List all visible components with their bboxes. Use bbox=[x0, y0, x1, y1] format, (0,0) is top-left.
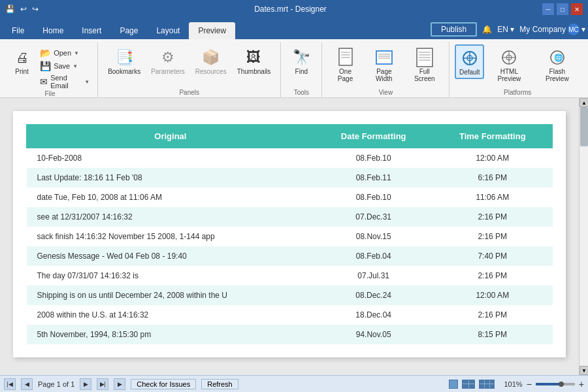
tab-file[interactable]: File bbox=[3, 22, 33, 39]
view-list-btn[interactable] bbox=[479, 380, 495, 389]
print-button[interactable]: 🖨 Print bbox=[8, 44, 36, 78]
flash-preview-button[interactable]: 🌐 Flash Preview bbox=[534, 44, 580, 85]
undo-btn[interactable]: ↩ bbox=[20, 5, 27, 14]
view-grid-btn[interactable] bbox=[462, 380, 475, 389]
original-cell: date Tue, Feb 10, 2008 at 11:06 AM bbox=[27, 188, 315, 207]
send-email-label: Send Email bbox=[50, 74, 82, 90]
tab-layout[interactable]: Layout bbox=[147, 22, 189, 39]
zoom-percent: 101% bbox=[504, 380, 522, 388]
tab-insert[interactable]: Insert bbox=[73, 22, 110, 39]
ribbon-group-panels: 📑 Bookmarks ⚙ Parameters 📦 Resources 🖼 T… bbox=[98, 42, 281, 97]
scroll-up-btn[interactable]: ▲ bbox=[580, 98, 588, 107]
original-cell: see at 12/31/2007 14:16:32 bbox=[27, 207, 315, 227]
platforms-group-label: Platforms bbox=[504, 89, 531, 97]
date-cell: 18.Dec.04 bbox=[314, 305, 433, 325]
tab-page[interactable]: Page bbox=[110, 22, 147, 39]
refresh-btn[interactable]: Refresh bbox=[201, 379, 238, 389]
resources-label: Resources bbox=[195, 68, 227, 75]
table-row: see at 12/31/2007 14:16:3207.Dec.312:16 … bbox=[27, 207, 553, 227]
table-row: Genesis Message - Wed 04 Feb 08 - 19:400… bbox=[27, 246, 553, 266]
date-cell: 08.Feb.10 bbox=[314, 148, 433, 169]
window-controls: ─ □ ✕ bbox=[542, 3, 583, 15]
one-page-button[interactable]: One Page bbox=[327, 44, 363, 85]
minimize-btn[interactable]: ─ bbox=[542, 3, 554, 15]
time-cell: 8:15 PM bbox=[433, 325, 552, 344]
page-width-label: Page Width bbox=[369, 68, 399, 82]
find-button[interactable]: 🔭 Find bbox=[286, 44, 316, 78]
email-dropdown-arrow: ▼ bbox=[84, 79, 90, 85]
nav-next-btn[interactable]: ▶ bbox=[80, 378, 91, 390]
save-button[interactable]: 💾 Save ▼ bbox=[37, 60, 92, 72]
default-platform-button[interactable]: Default bbox=[455, 44, 484, 79]
notifications-btn[interactable]: 🔔 bbox=[482, 25, 492, 34]
close-btn[interactable]: ✕ bbox=[571, 3, 583, 15]
flash-preview-icon: 🌐 bbox=[547, 47, 568, 68]
tab-home[interactable]: Home bbox=[33, 22, 73, 39]
open-button[interactable]: 📂 Open ▼ bbox=[37, 47, 92, 59]
publish-button[interactable]: Publish bbox=[431, 22, 477, 37]
view-single-btn[interactable] bbox=[449, 380, 458, 389]
original-cell: 2008 within the U.S. at 14:16:32 bbox=[27, 305, 315, 325]
report-paper: Original Date Formatting Time Formatting… bbox=[13, 111, 566, 357]
redo-btn[interactable]: ↪ bbox=[32, 5, 39, 14]
parameters-button[interactable]: ⚙ Parameters bbox=[146, 44, 189, 78]
table-row: The day 07/31/07 14:16:32 is07.Jul.312:1… bbox=[27, 266, 553, 286]
full-screen-button[interactable]: Full Screen bbox=[405, 44, 444, 85]
email-icon: ✉ bbox=[40, 76, 48, 87]
time-cell: 2:16 PM bbox=[433, 305, 552, 325]
html-preview-icon bbox=[498, 47, 519, 68]
scroll-thumb[interactable] bbox=[580, 107, 588, 146]
full-screen-label: Full Screen bbox=[410, 68, 439, 82]
zoom-in-btn[interactable]: + bbox=[579, 379, 584, 389]
thumbnails-label: Thumbnails bbox=[237, 68, 271, 75]
table-row: 2008 within the U.S. at 14:16:3218.Dec.0… bbox=[27, 305, 553, 325]
zoom-slider[interactable] bbox=[536, 383, 575, 385]
table-row: date Tue, Feb 10, 2008 at 11:06 AM08.Feb… bbox=[27, 188, 553, 207]
flash-preview-label: Flash Preview bbox=[539, 68, 576, 82]
scroll-down-btn[interactable]: ▼ bbox=[580, 366, 588, 375]
vertical-scrollbar[interactable]: ▲ ▼ bbox=[579, 98, 588, 375]
ribbon-group-file: 🖨 Print 📂 Open ▼ 💾 Save ▼ ✉ Send Email ▼ bbox=[3, 42, 98, 97]
thumbnails-button[interactable]: 🖼 Thumbnails bbox=[233, 44, 276, 78]
nav-first-btn[interactable]: |◀ bbox=[4, 378, 16, 390]
html-preview-button[interactable]: HTML Preview bbox=[485, 44, 533, 85]
language-selector[interactable]: EN ▾ bbox=[497, 25, 514, 34]
zoom-handle[interactable] bbox=[559, 382, 564, 387]
tools-group-label: Tools bbox=[294, 89, 309, 97]
send-email-button[interactable]: ✉ Send Email ▼ bbox=[37, 73, 92, 90]
time-cell: 7:40 PM bbox=[433, 246, 552, 266]
file-small-buttons: 📂 Open ▼ 💾 Save ▼ ✉ Send Email ▼ bbox=[37, 44, 92, 90]
col-header-original: Original bbox=[27, 125, 315, 148]
check-issues-btn[interactable]: Check for Issues bbox=[131, 379, 196, 389]
panels-group-label: Panels bbox=[179, 89, 199, 97]
original-cell: Genesis Message - Wed 04 Feb 08 - 19:40 bbox=[27, 246, 315, 266]
scroll-track[interactable] bbox=[580, 107, 588, 366]
page-width-button[interactable]: Page Width bbox=[365, 44, 404, 85]
zoom-out-btn[interactable]: − bbox=[527, 379, 532, 389]
resources-icon: 📦 bbox=[201, 47, 221, 68]
table-row: sack finish 14:16:32 November 15 2008, 1… bbox=[27, 227, 553, 246]
nav-prev-btn[interactable]: ◀ bbox=[21, 378, 33, 390]
page-info: Page 1 of 1 bbox=[38, 380, 74, 388]
nav-last-btn[interactable]: ▶| bbox=[97, 378, 108, 390]
bookmarks-icon: 📑 bbox=[114, 47, 135, 68]
time-cell: 12:00 AM bbox=[433, 286, 552, 305]
bookmarks-button[interactable]: 📑 Bookmarks bbox=[103, 44, 145, 78]
resources-button[interactable]: 📦 Resources bbox=[191, 44, 231, 78]
find-icon: 🔭 bbox=[291, 47, 312, 68]
nav-play-btn[interactable]: ▶ bbox=[114, 378, 125, 390]
svg-rect-4 bbox=[376, 51, 392, 64]
ribbon-group-view: One Page Page Width Full Screen View bbox=[322, 42, 449, 97]
date-cell: 07.Dec.31 bbox=[314, 207, 433, 227]
main-area: Original Date Formatting Time Formatting… bbox=[0, 98, 588, 375]
col-header-date: Date Formatting bbox=[314, 125, 433, 148]
tab-preview[interactable]: Preview bbox=[189, 22, 235, 39]
report-area[interactable]: Original Date Formatting Time Formatting… bbox=[0, 98, 579, 375]
maximize-btn[interactable]: □ bbox=[557, 3, 568, 15]
status-bar-right: 101% − + bbox=[449, 379, 584, 389]
time-cell: 11:06 AM bbox=[433, 188, 552, 207]
company-menu[interactable]: My Company MC ▾ bbox=[519, 24, 585, 35]
date-cell: 08.Feb.10 bbox=[314, 188, 433, 207]
date-cell: 08.Dec.24 bbox=[314, 286, 433, 305]
original-cell: sack finish 14:16:32 November 15 2008, 1… bbox=[27, 227, 315, 246]
